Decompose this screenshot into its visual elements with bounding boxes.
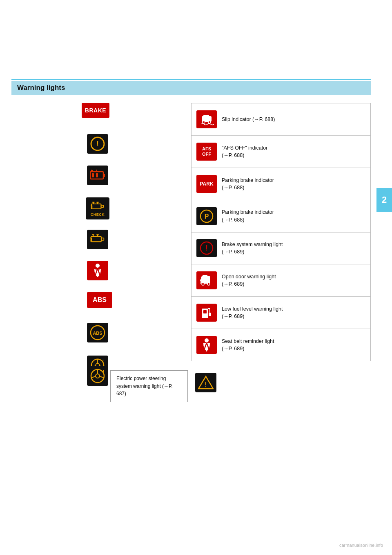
svg-point-37	[208, 121, 211, 123]
svg-text:!: !	[205, 381, 207, 388]
engine-plain-icon	[87, 230, 108, 249]
svg-text:ABS: ABS	[93, 331, 102, 336]
abs-circle-icon: ABS	[87, 323, 108, 342]
steering-tooltip: Electric power steering system warning l…	[110, 370, 188, 402]
svg-rect-4	[92, 173, 94, 177]
desc-row-fuel: Low fuel level warning light(→P. 689)	[192, 297, 370, 329]
afs-icon-box: AFSOFF	[196, 143, 217, 161]
door-icon-box	[196, 271, 217, 289]
svg-rect-35	[203, 115, 209, 118]
svg-point-36	[203, 121, 205, 123]
svg-point-54	[205, 338, 209, 342]
svg-rect-49	[203, 310, 207, 313]
steering-bottom-icon: !	[87, 366, 108, 386]
svg-rect-43	[203, 275, 207, 278]
svg-line-46	[200, 279, 201, 281]
desc-row-slip: Slip indicator (→P. 688)	[192, 103, 370, 136]
battery-icon	[87, 166, 108, 185]
brake-sys-desc: Brake system warning light(→P. 689)	[222, 241, 283, 255]
svg-point-44	[202, 283, 204, 285]
bottom-steering-row: ! Electric power steering system warning…	[12, 366, 108, 386]
svg-text:!: !	[96, 140, 99, 148]
slip-desc: Slip indicator (→P. 688)	[222, 116, 275, 123]
park-p-desc: Parking brake indicator(→P. 688)	[222, 208, 274, 223]
brake-icon-row: BRAKE	[82, 103, 109, 118]
check-engine-icon: CHECK	[86, 197, 109, 219]
svg-rect-9	[91, 204, 101, 209]
park-red-desc: Parking brake indicator(→P. 688)	[222, 177, 274, 191]
svg-text:!: !	[102, 359, 104, 364]
svg-point-45	[207, 283, 210, 285]
watermark: carmanualsonline.info	[339, 543, 383, 548]
brake-sys-icon-box: !	[196, 239, 217, 257]
circle-i-amber-icon: !	[87, 134, 108, 154]
slip-icon-box	[196, 110, 217, 128]
sidebar-number: 2	[376, 188, 392, 212]
svg-rect-5	[96, 173, 98, 177]
svg-rect-52	[209, 313, 211, 316]
svg-text:P: P	[205, 213, 209, 220]
svg-rect-3	[103, 174, 105, 177]
desc-row-brake-sys: ! Brake system warning light(→P. 689)	[192, 233, 370, 265]
door-desc: Open door warning light(→P. 689)	[222, 273, 276, 288]
desc-row-park-p: P Parking brake indicator(→P. 688)	[192, 200, 370, 233]
fuel-icon-box	[196, 304, 217, 322]
p-circle-icon-box: P	[196, 207, 217, 225]
svg-line-61	[91, 376, 96, 378]
section-title: Warning lights	[17, 84, 65, 92]
desc-row-seatbelt: ! Seat belt reminder light(→P. 689)	[192, 329, 370, 361]
svg-text:!: !	[205, 244, 208, 252]
svg-line-62	[100, 376, 104, 378]
desc-row-door: Open door warning light(→P. 689)	[192, 264, 370, 297]
svg-point-23	[96, 264, 100, 268]
fuel-desc: Low fuel level warning light(→P. 689)	[222, 305, 283, 320]
svg-text:!: !	[206, 350, 207, 352]
park-red-icon-box: PARK	[196, 175, 217, 193]
svg-text:!: !	[102, 369, 104, 375]
afs-desc: "AFS OFF" indicator(→P. 688)	[222, 144, 267, 159]
desc-row-afs: AFSOFF "AFS OFF" indicator(→P. 688)	[192, 136, 370, 168]
warning-triangle-icon: !	[195, 373, 216, 392]
svg-rect-16	[91, 237, 101, 242]
top-accent-line	[11, 79, 371, 80]
svg-point-59	[96, 374, 100, 378]
seatbelt-driver-icon	[87, 261, 108, 280]
brake-icon: BRAKE	[82, 103, 109, 118]
seatbelt-remind-desc: Seat belt reminder light(→P. 689)	[222, 338, 274, 352]
desc-row-park-red: PARK Parking brake indicator(→P. 688)	[192, 168, 370, 200]
page: Warning lights 2 BRAKE !	[0, 0, 392, 555]
abs-red-icon: ABS	[87, 292, 112, 308]
section-header: Warning lights	[11, 81, 371, 95]
seatbelt-remind-icon-box: !	[196, 336, 217, 354]
descriptions-panel: Slip indicator (→P. 688) AFSOFF "AFS OFF…	[191, 103, 371, 361]
